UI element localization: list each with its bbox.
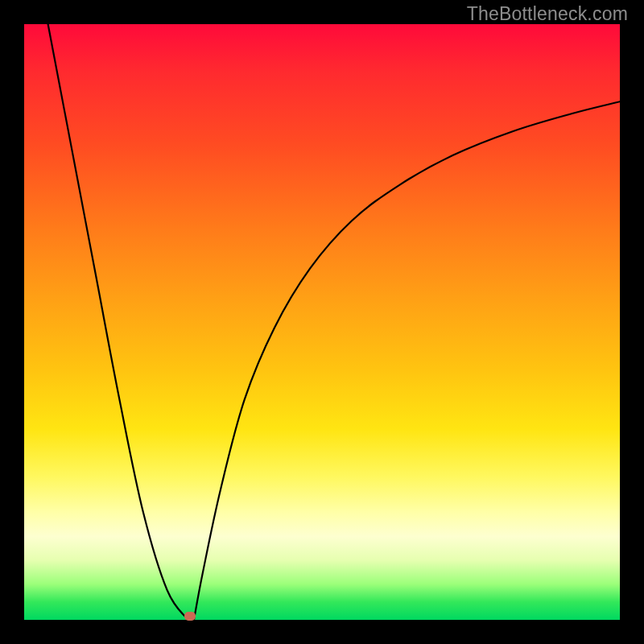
watermark-text: TheBottleneck.com — [467, 3, 628, 25]
plot-area — [24, 24, 620, 620]
minimum-marker — [184, 612, 196, 621]
chart-frame: TheBottleneck.com — [0, 0, 644, 644]
bottleneck-curve — [24, 24, 620, 620]
